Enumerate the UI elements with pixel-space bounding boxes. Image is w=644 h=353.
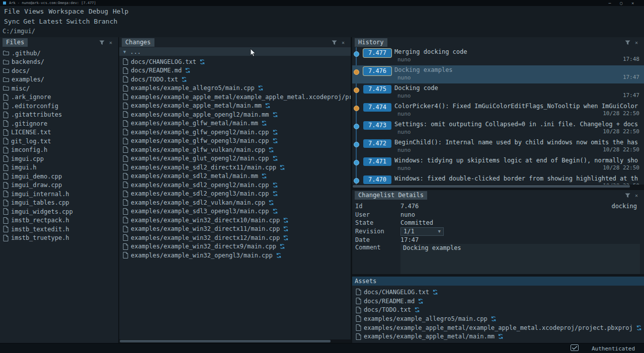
changed-file-row[interactable]: examples/example_glut_opengl2/main.cpp xyxy=(119,154,351,163)
changed-file-row[interactable]: examples/example_sdl2_directx11/main.cpp xyxy=(119,163,351,172)
filter-icon[interactable] xyxy=(332,40,337,45)
file-tree-item[interactable]: .gitignore xyxy=(0,119,118,128)
modified-status-icon xyxy=(268,147,274,153)
file-tree-item[interactable]: .github/ xyxy=(0,49,118,58)
file-tree-item[interactable]: imgui_widgets.cpp xyxy=(0,207,118,216)
menu-item[interactable]: Help xyxy=(113,8,128,15)
filter-icon[interactable] xyxy=(99,40,105,45)
file-name: misc/ xyxy=(12,85,30,92)
changed-file-row[interactable]: examples/example_sdl2_vulkan/main.cpp xyxy=(119,198,351,207)
changeset-row[interactable]: 7.477 Merging docking code nuno 17:48 xyxy=(352,47,644,65)
changes-panel-header: Changes ✕ xyxy=(119,37,351,47)
changed-file-row[interactable]: examples/example_glfw_vulkan/main.cpp xyxy=(119,145,351,154)
filter-icon[interactable] xyxy=(625,40,630,45)
file-tree-item[interactable]: imconfig.h xyxy=(0,146,118,155)
changes-root-row[interactable]: ▼ ... xyxy=(119,47,351,56)
revision-dropdown[interactable]: 1/1 ▼ xyxy=(400,227,444,236)
changed-file-row[interactable]: examples/example_win32_directx10/main.cp… xyxy=(119,216,351,225)
toolbar-button[interactable]: Sync xyxy=(4,18,20,25)
changed-file-row[interactable]: examples/example_apple_opengl2/main.mm xyxy=(119,110,351,119)
chevron-down-icon: ▼ xyxy=(438,229,441,234)
close-icon[interactable]: ✕ xyxy=(109,40,112,45)
file-tree-item[interactable]: imgui_demo.cpp xyxy=(0,172,118,181)
file-tree-item[interactable]: backends/ xyxy=(0,58,118,67)
changed-file-row[interactable]: docs/README.md xyxy=(119,66,351,75)
asset-row[interactable]: examples/example_apple_metal/main.mm xyxy=(352,332,644,341)
changed-file-row[interactable]: examples/example_win32_directx12/main.cp… xyxy=(119,233,351,242)
file-tree-item[interactable]: imstb_textedit.h xyxy=(0,225,118,234)
file-tree-item[interactable]: imgui.h xyxy=(0,163,118,172)
minimize-button[interactable]: ─ xyxy=(609,1,611,6)
changeset-row[interactable]: 7.473 Settings: omit outputing Collapsed… xyxy=(352,120,644,138)
changeset-row[interactable]: 7.471 Windows: tidying up skipitems logi… xyxy=(352,156,644,174)
scrollbar-thumb[interactable] xyxy=(120,340,331,342)
file-tree-item[interactable]: imstb_truetype.h xyxy=(0,234,118,243)
changeset-row[interactable]: 7.474 ColorPicker4(): Fixed ImGuiColorEd… xyxy=(352,102,644,120)
changeset-row[interactable]: 7.475 Docking code nuno 17:47 xyxy=(352,83,644,102)
changed-file-row[interactable]: examples/example_sdl2_opengl3/main.cpp xyxy=(119,190,351,199)
changed-file-row[interactable]: examples/example_glfw_opengl3/main.cpp xyxy=(119,137,351,146)
changed-file-row[interactable]: examples/example_win32_opengl3/main.cpp xyxy=(119,251,351,260)
file-tree-item[interactable]: imgui_tables.cpp xyxy=(0,199,118,208)
modified-status-icon xyxy=(432,289,438,295)
file-tree-item[interactable]: LICENSE.txt xyxy=(0,128,118,137)
changeset-row[interactable]: 7.476 Docking examples nuno 17:47 xyxy=(352,65,644,83)
file-tree-item[interactable]: imstb_rectpack.h xyxy=(0,216,118,225)
menu-item[interactable]: File xyxy=(4,8,20,15)
close-icon[interactable]: ✕ xyxy=(635,193,638,198)
file-tree-item[interactable]: imgui_internal.h xyxy=(0,190,118,199)
changed-file-row[interactable]: examples/example_sdl2_metal/main.mm xyxy=(119,172,351,181)
file-tree-item[interactable]: imgui.cpp xyxy=(0,154,118,163)
changeset-author: nuno xyxy=(397,165,411,171)
menu-item[interactable]: Workspace xyxy=(48,8,84,15)
changeset-number-badge: 7.472 xyxy=(363,139,391,148)
file-tree-item[interactable]: git_log.txt xyxy=(0,137,118,146)
asset-row[interactable]: docs/TODO.txt xyxy=(352,305,644,314)
horizontal-scrollbar[interactable] xyxy=(119,339,351,343)
changed-file-row[interactable]: examples/example_apple_metal/main.mm xyxy=(119,102,351,111)
asset-row[interactable]: examples/example_apple_metal/example_app… xyxy=(352,323,644,332)
file-tree-item[interactable]: docs/ xyxy=(0,66,118,75)
changed-file-row[interactable]: examples/example_glfw_opengl2/main.cpp xyxy=(119,128,351,137)
file-tree-item[interactable]: examples/ xyxy=(0,75,118,84)
menu-item[interactable]: Views xyxy=(24,8,44,15)
file-tree-item[interactable]: .gitattributes xyxy=(0,111,118,120)
field-value: 17:47 xyxy=(400,236,419,243)
file-tree-item[interactable]: .editorconfig xyxy=(0,102,118,111)
close-icon[interactable]: ✕ xyxy=(635,40,638,45)
changed-file-row[interactable]: examples/example_sdl2_opengl2/main.cpp xyxy=(119,181,351,190)
changed-file-row[interactable]: examples/example_sdl3_opengl3/main.cpp xyxy=(119,207,351,216)
asset-row[interactable]: docs/CHANGELOG.txt xyxy=(352,288,644,297)
file-name: LICENSE.txt xyxy=(11,129,51,136)
file-icon xyxy=(123,226,128,232)
asset-row[interactable]: docs/README.md xyxy=(352,297,644,306)
file-tree-item[interactable]: .ark_ignore xyxy=(0,93,118,102)
changeset-row[interactable]: 7.470 Windows: fixed double-clicked bord… xyxy=(352,174,644,185)
changed-file-row[interactable]: examples/example_glfw_metal/main.mm xyxy=(119,119,351,128)
file-icon xyxy=(123,208,128,215)
asset-path: docs/CHANGELOG.txt xyxy=(364,289,429,296)
scrollbar-thumb[interactable] xyxy=(353,185,630,188)
asset-row[interactable]: examples/example_allegro5/main.cpp xyxy=(352,314,644,323)
toolbar-button[interactable]: Switch Branch xyxy=(66,18,118,25)
file-name: examples/ xyxy=(12,76,44,83)
file-tree-item[interactable]: imgui_draw.cpp xyxy=(0,181,118,190)
close-button[interactable]: ✕ xyxy=(631,1,634,6)
close-icon[interactable]: ✕ xyxy=(342,40,345,45)
changed-file-row[interactable]: examples/example_win32_directx11/main.cp… xyxy=(119,225,351,234)
changed-file-row[interactable]: examples/example_apple_metal/example_app… xyxy=(119,93,351,102)
changed-file-row[interactable]: docs/TODO.txt xyxy=(119,75,351,84)
file-tree-item[interactable]: misc/ xyxy=(0,84,118,93)
horizontal-scrollbar[interactable] xyxy=(352,185,644,188)
filter-icon[interactable] xyxy=(625,193,630,198)
changed-file-row[interactable]: examples/example_allegro5/main.cpp xyxy=(119,84,351,93)
maximize-button[interactable]: ▢ xyxy=(620,1,622,6)
menu-item[interactable]: Debug xyxy=(89,8,108,15)
toolbar-button[interactable]: Get Latest xyxy=(23,18,62,25)
changed-file-row[interactable]: examples/example_win32_directx9/main.cpp xyxy=(119,242,351,251)
toolbar: Sync Get Latest Switch Branch xyxy=(0,17,121,26)
changeset-time: 10/28 22:50 xyxy=(603,110,639,117)
changeset-row[interactable]: 7.472 BeginChild(): Internal name used b… xyxy=(352,138,644,156)
changeset-number-badge: 7.473 xyxy=(363,121,391,130)
changed-file-row[interactable]: docs/CHANGELOG.txt xyxy=(119,57,351,66)
